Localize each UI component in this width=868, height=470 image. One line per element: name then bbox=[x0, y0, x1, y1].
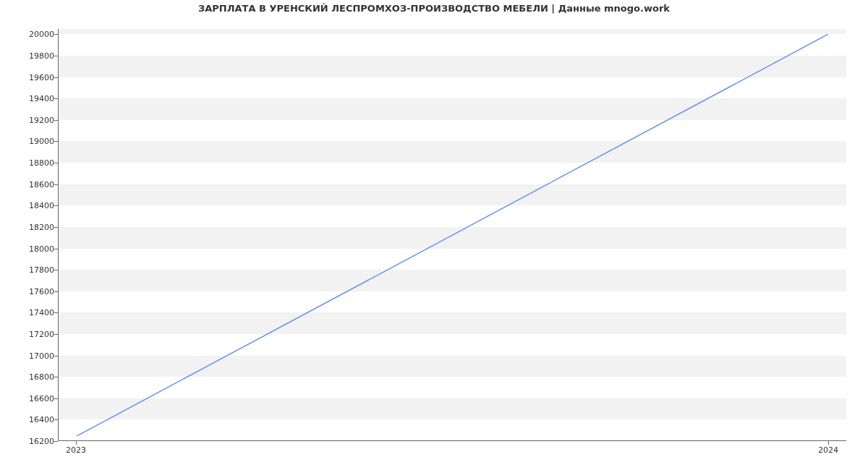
y-tick-label: 17800 bbox=[11, 265, 54, 275]
x-tick-mark bbox=[76, 441, 77, 445]
y-tick-mark bbox=[54, 291, 58, 292]
y-tick-label: 17400 bbox=[11, 308, 54, 317]
y-tick-label: 18600 bbox=[11, 179, 54, 189]
y-tick-mark bbox=[54, 163, 58, 163]
y-tick-mark bbox=[54, 334, 58, 335]
y-tick-label: 20000 bbox=[11, 30, 54, 39]
y-tick-mark bbox=[54, 77, 58, 78]
y-tick-label: 19200 bbox=[11, 115, 54, 124]
y-tick-mark bbox=[54, 141, 58, 142]
y-tick-mark bbox=[54, 227, 58, 228]
y-tick-mark bbox=[54, 120, 58, 121]
chart-container: ЗАРПЛАТА В УРЕНСКИЙ ЛЕСПРОМХОЗ-ПРОИЗВОДС… bbox=[0, 0, 868, 470]
y-tick-mark bbox=[54, 34, 58, 35]
y-tick-label: 16600 bbox=[11, 393, 54, 403]
x-tick-mark bbox=[828, 441, 829, 445]
y-tick-label: 18800 bbox=[11, 158, 54, 168]
y-tick-mark bbox=[54, 184, 58, 185]
y-tick-label: 19800 bbox=[11, 51, 54, 61]
y-tick-label: 16400 bbox=[11, 415, 54, 424]
line-series bbox=[59, 29, 846, 440]
chart-title: ЗАРПЛАТА В УРЕНСКИЙ ЛЕСПРОМХОЗ-ПРОИЗВОДС… bbox=[0, 3, 868, 14]
y-tick-label: 19400 bbox=[11, 94, 54, 103]
y-tick-mark bbox=[54, 441, 58, 442]
y-tick-label: 18000 bbox=[11, 244, 54, 253]
y-tick-label: 17600 bbox=[11, 286, 54, 296]
series-line bbox=[77, 34, 827, 435]
plot-area bbox=[58, 29, 846, 441]
x-tick-label: 2024 bbox=[818, 445, 838, 455]
y-tick-label: 19600 bbox=[11, 72, 54, 82]
y-tick-mark bbox=[54, 377, 58, 377]
y-tick-label: 17000 bbox=[11, 351, 54, 360]
y-tick-mark bbox=[54, 356, 58, 356]
y-tick-label: 18200 bbox=[11, 222, 54, 231]
x-tick-label: 2023 bbox=[66, 445, 86, 455]
y-tick-mark bbox=[54, 419, 58, 420]
y-tick-mark bbox=[54, 270, 58, 270]
y-tick-label: 16200 bbox=[11, 437, 54, 446]
y-tick-label: 18400 bbox=[11, 201, 54, 210]
y-tick-mark bbox=[54, 249, 58, 249]
y-tick-mark bbox=[54, 56, 58, 56]
y-tick-label: 19000 bbox=[11, 137, 54, 146]
y-tick-label: 16800 bbox=[11, 372, 54, 382]
y-tick-mark bbox=[54, 205, 58, 206]
y-tick-label: 17200 bbox=[11, 329, 54, 338]
y-tick-mark bbox=[54, 312, 58, 313]
y-tick-mark bbox=[54, 398, 58, 399]
y-tick-mark bbox=[54, 98, 58, 99]
